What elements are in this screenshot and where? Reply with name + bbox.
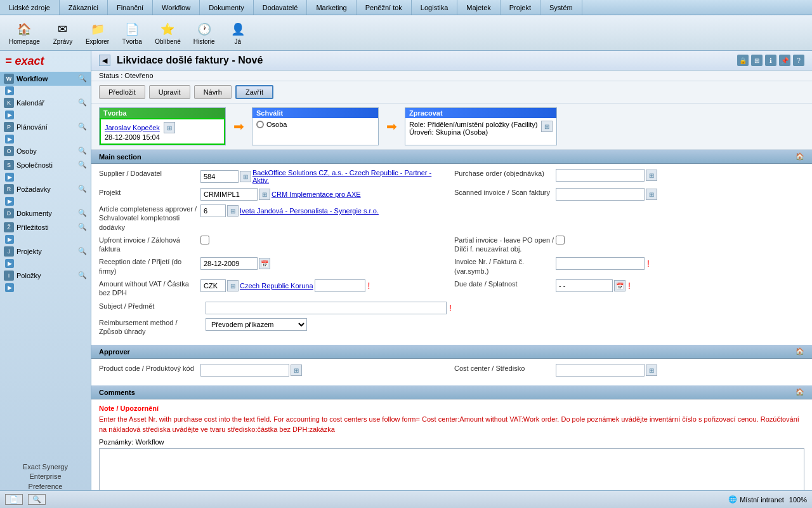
article-link[interactable]: Iveta Jandová - Personalista - Synergie … bbox=[240, 207, 379, 215]
toolbar-tvorba[interactable]: 📄 Tvorba bbox=[118, 19, 146, 46]
cost-center-input[interactable] bbox=[556, 364, 645, 377]
article-code-input[interactable] bbox=[200, 204, 226, 217]
sidebar-item-osoby[interactable]: O Osoby 🔍 bbox=[0, 144, 91, 158]
menu-system[interactable]: Systém bbox=[540, 0, 582, 15]
osoby-search-icon[interactable]: 🔍 bbox=[78, 147, 87, 156]
sidebar-item-planovani[interactable]: P Plánování 🔍 bbox=[0, 120, 91, 134]
polozky-search-icon[interactable]: 🔍 bbox=[78, 271, 87, 280]
menu-financni[interactable]: Finanční bbox=[108, 0, 153, 15]
bottom-page-btn[interactable]: 📄 bbox=[5, 494, 23, 505]
schvalit-radio[interactable] bbox=[256, 121, 264, 128]
prilezitosti-search-icon[interactable]: 🔍 bbox=[78, 223, 87, 232]
prilezitosti-arrow-btn[interactable]: ▶ bbox=[5, 235, 14, 244]
projekt-lookup-icon[interactable]: ⊞ bbox=[259, 189, 270, 200]
product-code-input[interactable] bbox=[200, 364, 289, 377]
reception-calendar-btn[interactable]: 📅 bbox=[259, 258, 270, 269]
menu-workflow[interactable]: Workflow bbox=[153, 0, 200, 15]
reimbursement-select[interactable]: Převodem příkazem bbox=[206, 318, 307, 331]
projekty-arrow-btn[interactable]: ▶ bbox=[5, 259, 14, 268]
info-icon[interactable]: ℹ bbox=[765, 55, 776, 66]
product-code-lookup-icon[interactable]: ⊞ bbox=[291, 364, 302, 376]
kalendar-search-icon[interactable]: 🔍 bbox=[78, 98, 87, 107]
dokumenty-search-icon[interactable]: 🔍 bbox=[78, 209, 87, 218]
subject-input[interactable] bbox=[206, 302, 447, 314]
kalendar-arrow-btn[interactable]: ▶ bbox=[5, 110, 14, 119]
menu-zakaznici[interactable]: Zákazníci bbox=[60, 0, 108, 15]
supplier-link[interactable]: BackOffice Solutions CZ, a.s. - Czech Re… bbox=[252, 169, 449, 184]
sidebar-item-polozky[interactable]: I Položky 🔍 bbox=[0, 269, 91, 283]
approver-home-icon[interactable]: 🏠 bbox=[796, 347, 804, 356]
projekt-code-input[interactable] bbox=[200, 188, 258, 201]
main-section-home-icon[interactable]: 🏠 bbox=[796, 152, 804, 161]
help-icon[interactable]: ? bbox=[793, 55, 804, 66]
workflow-search-icon[interactable]: 🔍 bbox=[78, 74, 87, 83]
invoice-nr-input[interactable] bbox=[556, 257, 645, 270]
zpracovat-icon[interactable]: ⊞ bbox=[541, 121, 553, 132]
lock-icon[interactable]: 🔒 bbox=[737, 55, 749, 66]
sidebar-item-pozadavky[interactable]: R Požadavky 🔍 bbox=[0, 182, 91, 196]
toolbar-oblibene[interactable]: ⭐ Oblíbené bbox=[151, 19, 185, 46]
pin-icon[interactable]: 📌 bbox=[779, 55, 790, 66]
sidebar-item-kalendar[interactable]: K Kalendář 🔍 bbox=[0, 96, 91, 110]
polozky-arrow-btn[interactable]: ▶ bbox=[5, 283, 14, 292]
supplier-code-input[interactable] bbox=[200, 170, 239, 183]
upravit-button[interactable]: Upravit bbox=[149, 85, 190, 99]
window-icon[interactable]: ⊞ bbox=[751, 55, 763, 66]
reception-date-input[interactable] bbox=[200, 257, 258, 270]
sidebar-item-dokumenty[interactable]: D Dokumenty 🔍 bbox=[0, 206, 91, 220]
sidebar-item-prilezitosti[interactable]: Ž Příležitosti 🔍 bbox=[0, 220, 91, 234]
projekt-link[interactable]: CRM Implementace pro AXE bbox=[272, 190, 361, 198]
currency-lookup-icon[interactable]: ⊞ bbox=[227, 280, 239, 291]
collapse-sidebar-btn[interactable]: ◀ bbox=[99, 55, 110, 66]
sidebar-item-workflow[interactable]: W Workflow 🔍 bbox=[0, 72, 91, 86]
menu-penezni-tok[interactable]: Peněžní tok bbox=[357, 0, 412, 15]
purchase-order-lookup-icon[interactable]: ⊞ bbox=[646, 170, 657, 181]
planovani-arrow-btn[interactable]: ▶ bbox=[5, 135, 14, 144]
article-lookup-icon[interactable]: ⊞ bbox=[227, 205, 239, 217]
menu-logistika[interactable]: Logistika bbox=[412, 0, 457, 15]
menu-dokumenty[interactable]: Dokumenty bbox=[200, 0, 254, 15]
currency-name-link[interactable]: Czech Republic Koruna bbox=[240, 282, 313, 290]
bottom-search-btn[interactable]: 🔍 bbox=[28, 494, 46, 505]
sidebar-item-projekty[interactable]: J Projekty 🔍 bbox=[0, 244, 91, 258]
toolbar-ja[interactable]: 👤 Já bbox=[224, 19, 252, 46]
partial-checkbox[interactable] bbox=[556, 236, 565, 244]
due-date-input[interactable] bbox=[556, 279, 613, 292]
menu-lidske-zdroje[interactable]: Lidské zdroje bbox=[0, 0, 60, 15]
toolbar-historie[interactable]: 🕐 Historie bbox=[190, 19, 219, 46]
cost-center-lookup-icon[interactable]: ⊞ bbox=[646, 364, 657, 376]
due-date-calendar-btn[interactable]: 📅 bbox=[614, 280, 625, 291]
zpracovat-info: Role: Přidělení/umístění položky (Facili… bbox=[409, 121, 537, 136]
menu-dodavatele[interactable]: Dodavatelé bbox=[254, 0, 308, 15]
predlozit-button[interactable]: Předložit bbox=[99, 85, 145, 99]
sidebar-item-spolecnosti[interactable]: S Společnosti 🔍 bbox=[0, 158, 91, 172]
toolbar-explorer[interactable]: 📁 Explorer bbox=[82, 19, 113, 46]
comments-home-icon[interactable]: 🏠 bbox=[796, 388, 804, 396]
sidebar-pozadavky-label: Požadavky bbox=[16, 185, 78, 193]
supplier-lookup-icon[interactable]: ⊞ bbox=[240, 171, 251, 182]
workflow-arrow-btn[interactable]: ▶ bbox=[5, 86, 14, 95]
planovani-search-icon[interactable]: 🔍 bbox=[78, 123, 87, 131]
tvorba-person-link[interactable]: Jaroslav Kopeček bbox=[105, 124, 160, 131]
zavre-button[interactable]: Zavřít bbox=[235, 85, 273, 99]
menu-projekt[interactable]: Projekt bbox=[501, 0, 540, 15]
currency-code-input[interactable] bbox=[200, 279, 226, 292]
toolbar-homepage[interactable]: 🏠 Homepage bbox=[5, 19, 44, 46]
pozadavky-search-icon[interactable]: 🔍 bbox=[78, 185, 87, 194]
amount-input[interactable] bbox=[315, 279, 365, 292]
toolbar-zpravy[interactable]: ✉ Zprávy bbox=[49, 19, 77, 46]
scanned-lookup-icon[interactable]: ⊞ bbox=[646, 189, 657, 200]
navrh-button[interactable]: Návrh bbox=[194, 85, 232, 99]
scanned-input[interactable] bbox=[556, 188, 645, 201]
status-value: Otevřeno bbox=[124, 72, 153, 79]
pozadavky-arrow-btn[interactable]: ▶ bbox=[5, 197, 14, 206]
purchase-order-input[interactable] bbox=[556, 169, 645, 182]
projekty-search-icon[interactable]: 🔍 bbox=[78, 247, 87, 256]
note-label[interactable]: Note / Upozornění bbox=[99, 404, 804, 412]
tvorba-person-icon[interactable]: ⊞ bbox=[164, 122, 175, 133]
spolecnosti-search-icon[interactable]: 🔍 bbox=[78, 161, 87, 170]
menu-marketing[interactable]: Marketing bbox=[307, 0, 356, 15]
menu-majetek[interactable]: Majetek bbox=[457, 0, 501, 15]
upfront-checkbox[interactable] bbox=[200, 236, 209, 244]
spolecnosti-arrow-btn[interactable]: ▶ bbox=[5, 173, 14, 182]
